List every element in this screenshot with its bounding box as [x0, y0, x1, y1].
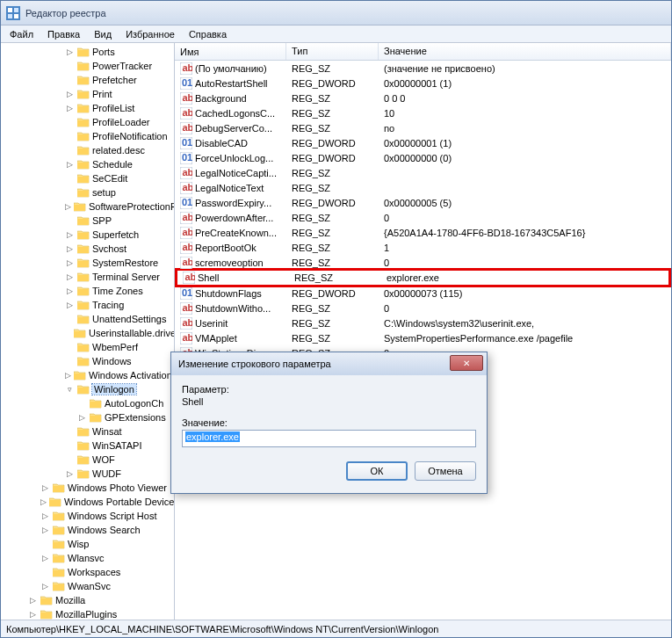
tree-item[interactable]: ▷Svchost	[1, 242, 174, 256]
tree-item[interactable]: ▷Prefetcher	[1, 73, 174, 87]
tree-item[interactable]: ▷Tracing	[1, 298, 174, 312]
tree-toggle-icon[interactable]: ▷	[40, 483, 50, 493]
tree-label[interactable]: MozillaPlugins	[55, 609, 117, 620]
tree-label[interactable]: Userinstallable.drivers	[89, 328, 175, 338]
tree-item[interactable]: ▷Winsat	[1, 424, 174, 439]
tree-label[interactable]: Terminal Server	[92, 272, 160, 282]
tree-label[interactable]: SeCEdit	[92, 173, 127, 184]
tree-label[interactable]: Windows Script Host	[68, 511, 156, 521]
tree-item[interactable]: ▷WbemPerf	[1, 340, 174, 354]
tree-item[interactable]: ▷SystemRestore	[1, 256, 174, 270]
tree-toggle-icon[interactable]: ▷	[40, 526, 50, 535]
tree-label[interactable]: WwanSvc	[68, 581, 111, 591]
tree-pane[interactable]: ▷Ports▷PowerTracker▷Prefetcher▷Print▷Pro…	[1, 43, 175, 620]
tree-item[interactable]: ▷SoftwareProtectionPlatform	[1, 199, 174, 214]
tree-item[interactable]: ▷Terminal Server	[1, 270, 174, 284]
tree-label[interactable]: SoftwareProtectionPlatform	[89, 201, 175, 212]
tree-label[interactable]: SystemRestore	[92, 257, 158, 268]
close-icon[interactable]: ✕	[450, 355, 483, 371]
tree-label[interactable]: Windows Portable Devices	[64, 497, 175, 507]
tree-item[interactable]: ▷Wlansvc	[1, 551, 174, 565]
tree-toggle-icon[interactable]: ▷	[28, 610, 38, 620]
tree-item[interactable]: ▷Userinstallable.drivers	[1, 326, 174, 340]
tree-label[interactable]: Windows Photo Viewer	[68, 482, 167, 493]
tree-label[interactable]: related.desc	[92, 145, 145, 156]
tree-label[interactable]: Mozilla	[55, 595, 85, 605]
tree-item[interactable]: ▷Windows Script Host	[1, 509, 174, 523]
tree-label[interactable]: WOF	[92, 454, 115, 465]
tree-item[interactable]: ▷GPExtensions	[1, 410, 174, 424]
tree-label[interactable]: Wisp	[68, 539, 89, 549]
tree-item[interactable]: ▷WUDF	[1, 467, 174, 481]
menu-help[interactable]: Справка	[182, 27, 234, 41]
tree-label[interactable]: Svchost	[92, 243, 126, 254]
tree-label[interactable]: Workspaces	[68, 567, 120, 577]
list-row[interactable]: DebugServerCo...REG_SZno	[175, 120, 671, 135]
tree-toggle-icon[interactable]: ▷	[65, 160, 75, 170]
tree-item[interactable]: ▷setup	[1, 185, 174, 199]
list-row[interactable]: ForceUnlockLog...REG_DWORD0x00000000 (0)	[175, 150, 671, 165]
tree-label[interactable]: Time Zones	[92, 286, 143, 296]
tree-label[interactable]: GPExtensions	[105, 412, 166, 423]
tree-item[interactable]: ▷Windows	[1, 354, 174, 368]
tree-item[interactable]: ▷Workspaces	[1, 565, 174, 579]
tree-toggle-icon[interactable]: ▷	[28, 596, 38, 605]
list-row[interactable]: BackgroundREG_SZ0 0 0	[175, 91, 671, 105]
list-row[interactable]: ReportBootOkREG_SZ1	[175, 240, 671, 255]
menu-file[interactable]: Файл	[3, 27, 40, 41]
tree-label[interactable]: ProfileLoader	[92, 117, 149, 127]
tree-item[interactable]: ▷Time Zones	[1, 284, 174, 298]
cancel-button[interactable]: Отмена	[415, 461, 476, 481]
tree-toggle-icon[interactable]: ▷	[65, 286, 75, 296]
tree-item[interactable]: ▷WOF	[1, 453, 174, 467]
col-name[interactable]: Имя	[175, 43, 286, 60]
tree-label[interactable]: Ports	[92, 47, 115, 57]
list-row[interactable]: (По умолчанию)REG_SZ(значение не присвое…	[175, 61, 671, 76]
tree-item[interactable]: ▷UnattendSettings	[1, 312, 174, 326]
tree-label[interactable]: Prefetcher	[92, 75, 137, 85]
tree-item[interactable]: ▷Print	[1, 87, 174, 101]
tree-item[interactable]: ▷Windows Search	[1, 523, 174, 537]
tree-toggle-icon[interactable]: ▷	[65, 244, 75, 254]
tree-item[interactable]: ▷Schedule	[1, 157, 174, 171]
tree-label[interactable]: Windows Search	[68, 525, 141, 535]
tree-toggle-icon[interactable]: ▷	[65, 104, 75, 113]
tree-label[interactable]: PowerTracker	[92, 61, 152, 71]
list-pane[interactable]: Имя Тип Значение (По умолчанию)REG_SZ(зн…	[175, 43, 671, 620]
tree-toggle-icon[interactable]: ▷	[40, 511, 50, 521]
list-row[interactable]: LegalNoticeCapti...REG_SZ	[175, 165, 671, 180]
tree-label[interactable]: setup	[92, 187, 116, 198]
tree-item[interactable]: ▷WinSATAPI	[1, 439, 174, 453]
tree-label[interactable]: Winlogon	[92, 384, 136, 395]
list-row[interactable]: LegalNoticeTextREG_SZ	[175, 180, 671, 195]
tree-item[interactable]: ▷related.desc	[1, 143, 174, 157]
tree-item[interactable]: ▷ProfileList	[1, 101, 174, 115]
tree-label[interactable]: Schedule	[92, 159, 133, 170]
menu-favorites[interactable]: Избранное	[119, 27, 182, 41]
tree-toggle-icon[interactable]: ▷	[40, 497, 47, 507]
list-row[interactable]: ShutdownWitho...REG_SZ0	[175, 301, 671, 315]
tree-item[interactable]: ▷SPP	[1, 214, 174, 228]
tree-item[interactable]: ▷AutoLogonCh	[1, 396, 174, 410]
tree-toggle-icon[interactable]: ▷	[65, 469, 75, 479]
tree-item[interactable]: ▷ProfileLoader	[1, 115, 174, 129]
tree-item[interactable]: ▷Windows Activation	[1, 368, 174, 382]
tree-item[interactable]: ▷Mozilla	[1, 593, 174, 607]
tree-label[interactable]: Wlansvc	[68, 553, 105, 563]
tree-label[interactable]: ProfileNotification	[92, 131, 168, 141]
tree-toggle-icon[interactable]: ▷	[65, 371, 71, 381]
tree-item[interactable]: ▷Windows Photo Viewer	[1, 481, 174, 495]
tree-label[interactable]: WinSATAPI	[92, 440, 141, 451]
tree-toggle-icon[interactable]: ▷	[40, 582, 50, 591]
list-row[interactable]: VMAppletREG_SZSystemPropertiesPerformanc…	[175, 330, 671, 345]
col-data[interactable]: Значение	[379, 43, 671, 60]
tree-item[interactable]: ▿Winlogon	[1, 382, 174, 396]
list-row[interactable]: UserinitREG_SZC:\Windows\system32\userin…	[175, 315, 671, 330]
tree-item[interactable]: ▷PowerTracker	[1, 59, 174, 73]
tree-label[interactable]: AutoLogonCh	[105, 398, 163, 409]
tree-toggle-icon[interactable]: ▷	[40, 554, 50, 563]
tree-item[interactable]: ▷Ports	[1, 45, 174, 59]
tree-label[interactable]: UnattendSettings	[92, 314, 166, 324]
tree-item[interactable]: ▷MozillaPlugins	[1, 607, 174, 620]
tree-label[interactable]: ProfileList	[92, 103, 134, 113]
